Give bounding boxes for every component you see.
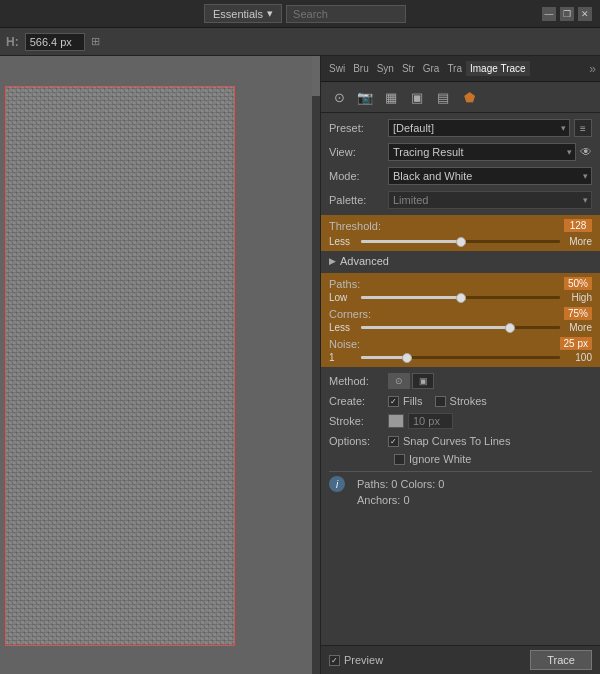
essentials-button[interactable]: Essentials ▾ bbox=[204, 4, 282, 23]
info-row-1: i Paths: 0 Colors: 0 bbox=[329, 476, 592, 492]
close-button[interactable]: ✕ bbox=[578, 7, 592, 21]
preset-label: Preset: bbox=[329, 122, 384, 134]
auto-color-icon[interactable]: ⊙ bbox=[329, 87, 349, 107]
stroke-color-swatch[interactable] bbox=[388, 414, 404, 428]
snap-curves-checkbox[interactable]: ✓ bbox=[388, 436, 399, 447]
method-btn-1[interactable]: ⊙ bbox=[388, 373, 410, 389]
scrollbar-vertical[interactable] bbox=[312, 56, 320, 674]
align-icon: ⊞ bbox=[91, 35, 100, 48]
tab-str[interactable]: Str bbox=[398, 61, 419, 76]
tab-bru[interactable]: Bru bbox=[349, 61, 373, 76]
panel-tabs: Swi Bru Syn Str Gra Tra Image Trace » bbox=[321, 56, 600, 82]
essentials-label: Essentials bbox=[213, 8, 263, 20]
view-select[interactable]: Tracing Result bbox=[388, 143, 576, 161]
paths-high-label: High bbox=[564, 292, 592, 303]
colors-count: 0 bbox=[438, 478, 444, 490]
threshold-less-label: Less bbox=[329, 236, 357, 247]
create-row: Create: ✓ Fills Strokes bbox=[329, 395, 592, 407]
snap-curves-row: ✓ Snap Curves To Lines bbox=[388, 435, 510, 447]
tab-swi[interactable]: Swi bbox=[325, 61, 349, 76]
noise-slider-thumb[interactable] bbox=[402, 353, 412, 363]
view-eye-button[interactable]: 👁 bbox=[580, 145, 592, 159]
preview-checkbox-row: ✓ Preview bbox=[329, 654, 383, 666]
restore-button[interactable]: ❐ bbox=[560, 7, 574, 21]
stroke-input[interactable] bbox=[408, 413, 453, 429]
anchors-count: 0 bbox=[403, 494, 409, 506]
paths-count-text: Paths: 0 Colors: 0 bbox=[357, 478, 444, 490]
info-section: i Paths: 0 Colors: 0 Anchors: bbox=[329, 471, 592, 512]
threshold-section: Threshold: 128 Less More bbox=[321, 215, 600, 251]
palette-label: Palette: bbox=[329, 194, 384, 206]
paths-slider-row: Low High bbox=[329, 292, 592, 303]
preset-row: Preset: [Default] ▾ ≡ bbox=[329, 119, 592, 137]
paths-slider-track[interactable] bbox=[361, 296, 560, 299]
preset-select-wrapper: [Default] ▾ bbox=[388, 119, 570, 137]
method-row: Method: ⊙ ▣ bbox=[329, 373, 592, 389]
threshold-slider-thumb[interactable] bbox=[456, 237, 466, 247]
preset-menu-btn[interactable]: ≡ bbox=[574, 119, 592, 137]
window-controls: — ❐ ✕ bbox=[542, 7, 592, 21]
create-label: Create: bbox=[329, 395, 384, 407]
tab-tra[interactable]: Tra bbox=[443, 61, 466, 76]
square-icon[interactable]: ▣ bbox=[407, 87, 427, 107]
view-label: View: bbox=[329, 146, 384, 158]
tab-gra[interactable]: Gra bbox=[419, 61, 444, 76]
advanced-label: Advanced bbox=[340, 255, 389, 267]
noise-slider-track[interactable] bbox=[361, 356, 560, 359]
photo-icon[interactable]: 📷 bbox=[355, 87, 375, 107]
grid-icon[interactable]: ▦ bbox=[381, 87, 401, 107]
fills-label: Fills bbox=[403, 395, 423, 407]
fills-checkbox[interactable]: ✓ bbox=[388, 396, 399, 407]
panel-body: Preset: [Default] ▾ ≡ View: Tracing Resu… bbox=[321, 113, 600, 645]
minimize-button[interactable]: — bbox=[542, 7, 556, 21]
scrollbar-thumb[interactable] bbox=[312, 56, 320, 96]
strokes-checkbox-row: Strokes bbox=[435, 395, 487, 407]
right-panel: Swi Bru Syn Str Gra Tra Image Trace » ⊙ … bbox=[320, 56, 600, 674]
paths-value: 50% bbox=[564, 277, 592, 290]
panel-icon-bar: ⊙ 📷 ▦ ▣ ▤ ⬟ bbox=[321, 82, 600, 113]
preview-checkbox[interactable]: ✓ bbox=[329, 655, 340, 666]
preview-label: Preview bbox=[344, 654, 383, 666]
top-bar: Essentials ▾ — ❐ ✕ bbox=[0, 0, 600, 28]
palette-select[interactable]: Limited bbox=[388, 191, 592, 209]
tab-image-trace[interactable]: Image Trace bbox=[466, 61, 530, 76]
anchors-count-text: Anchors: 0 bbox=[357, 494, 410, 506]
panel-footer: ✓ Preview Trace bbox=[321, 645, 600, 674]
method-toggle: ⊙ ▣ bbox=[388, 373, 434, 389]
view-select-wrapper: Tracing Result ▾ bbox=[388, 143, 576, 161]
threshold-slider-fill bbox=[361, 240, 461, 243]
advanced-section: Paths: 50% Low High Corners: 75% bbox=[321, 273, 600, 367]
corners-slider-track[interactable] bbox=[361, 326, 560, 329]
noise-value: 25 px bbox=[560, 337, 592, 350]
tabs-more-arrow[interactable]: » bbox=[589, 62, 596, 76]
corners-slider-fill bbox=[361, 326, 510, 329]
method-btn-2[interactable]: ▣ bbox=[412, 373, 434, 389]
ignore-white-checkbox[interactable] bbox=[394, 454, 405, 465]
fills-checkbox-row: ✓ Fills bbox=[388, 395, 423, 407]
mode-row: Mode: Black and White ▾ bbox=[329, 167, 592, 185]
corners-value: 75% bbox=[564, 307, 592, 320]
height-input[interactable] bbox=[25, 33, 85, 51]
lines-icon[interactable]: ▤ bbox=[433, 87, 453, 107]
canvas-image bbox=[5, 86, 235, 646]
strokes-label: Strokes bbox=[450, 395, 487, 407]
mode-label: Mode: bbox=[329, 170, 384, 182]
info-icon: i bbox=[329, 476, 345, 492]
threshold-label: Threshold: bbox=[329, 220, 384, 232]
noise-slider-row: 1 100 bbox=[329, 352, 592, 363]
search-input[interactable] bbox=[286, 5, 406, 23]
bw-icon[interactable]: ⬟ bbox=[459, 87, 479, 107]
chevron-down-icon: ▾ bbox=[267, 7, 273, 20]
trace-button[interactable]: Trace bbox=[530, 650, 592, 670]
tab-syn[interactable]: Syn bbox=[373, 61, 398, 76]
ignore-white-checkbox-row: Ignore White bbox=[394, 453, 471, 465]
threshold-slider-track[interactable] bbox=[361, 240, 560, 243]
strokes-checkbox[interactable] bbox=[435, 396, 446, 407]
advanced-header[interactable]: ▶ Advanced bbox=[329, 255, 592, 267]
preset-select[interactable]: [Default] bbox=[388, 119, 570, 137]
mode-select[interactable]: Black and White bbox=[388, 167, 592, 185]
paths-slider-thumb[interactable] bbox=[456, 293, 466, 303]
noise-label: Noise: bbox=[329, 338, 384, 350]
corners-slider-thumb[interactable] bbox=[505, 323, 515, 333]
main-area: Swi Bru Syn Str Gra Tra Image Trace » ⊙ … bbox=[0, 56, 600, 674]
